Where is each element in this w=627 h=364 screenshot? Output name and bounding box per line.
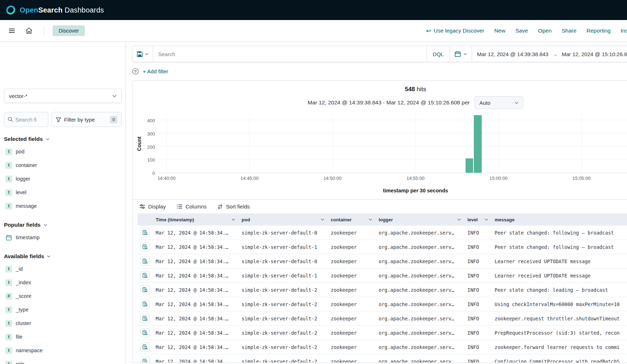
cell-time: Mar 12, 2024 @ 14:58:34.… — [152, 244, 238, 250]
date-picker-button[interactable] — [449, 46, 472, 62]
field-item-_index[interactable]: t_index — [4, 276, 122, 289]
field-item-file[interactable]: tfile — [4, 330, 122, 344]
add-filter-button[interactable]: + Add filter — [143, 68, 168, 74]
use-legacy-discover-label: Use legacy Discover — [434, 28, 484, 34]
cell-message: PrepRequestProcessor (sid:3) started, re… — [491, 330, 627, 336]
field-item-level[interactable]: tlevel — [4, 186, 122, 199]
cell-expand — [137, 285, 152, 294]
index-pattern-select[interactable]: vector-* — [4, 89, 122, 103]
nav-action-reporting[interactable]: Reporting — [587, 28, 611, 34]
date-range[interactable]: Mar 12, 2024 @ 14:39:38.843 → Mar 12, 20… — [472, 46, 627, 62]
column-header-message[interactable]: message — [491, 217, 627, 222]
field-item-pod[interactable]: tpod — [4, 145, 122, 158]
field-item-_id[interactable]: t_id — [4, 262, 122, 276]
date-range-end: Mar 12, 2024 @ 15:10:26.608 — [562, 51, 627, 57]
column-header-container[interactable]: container — [327, 217, 375, 222]
expand-document-button[interactable] — [141, 242, 150, 251]
query-language-button[interactable]: DQL — [427, 46, 449, 62]
gridline-h — [158, 159, 627, 159]
field-item-logger[interactable]: tlogger — [4, 172, 122, 186]
column-header-pod[interactable]: pod — [238, 217, 327, 222]
saved-query-menu-button[interactable] — [132, 46, 153, 62]
column-header-time-timestamp[interactable]: Time (timestamp) — [152, 217, 238, 222]
field-section-header-popular-fields[interactable]: Popular fields — [4, 222, 122, 228]
expand-document-button[interactable] — [141, 228, 150, 237]
expand-document-button[interactable] — [141, 314, 150, 323]
expand-document-button[interactable] — [141, 357, 150, 363]
column-header-label: message — [495, 217, 515, 222]
histogram-bar[interactable] — [474, 115, 481, 173]
nav-action-open[interactable]: Open — [538, 28, 552, 34]
table-row: Mar 12, 2024 @ 14:58:34.…simple-zk-serve… — [137, 226, 627, 240]
home-button[interactable] — [23, 25, 35, 37]
expand-document-button[interactable] — [141, 343, 150, 351]
cell-pod: simple-zk-server-default-2 — [238, 359, 327, 363]
interval-select[interactable]: Auto — [475, 96, 523, 109]
column-header-logger[interactable]: logger — [375, 217, 464, 222]
inspect-document-icon — [142, 230, 148, 235]
return-arrow-icon: ↩ — [426, 28, 431, 34]
filter-set-icon[interactable] — [132, 68, 139, 75]
gridline-v — [499, 114, 499, 173]
string-field-icon: t — [5, 320, 12, 327]
nav-action-save[interactable]: Save — [515, 28, 528, 34]
menu-button[interactable] — [6, 25, 18, 37]
nav-action-share[interactable]: Share — [562, 28, 576, 34]
cell-logger: org.apache.zookeeper.serv… — [375, 344, 464, 350]
field-section-title: Selected fields — [4, 136, 43, 142]
expand-document-button[interactable] — [141, 328, 150, 337]
calendar-icon — [455, 51, 461, 57]
hits-value: 548 — [405, 86, 415, 93]
nav-actions-wrap: ↩ Use legacy Discover NewSaveOpenShareRe… — [426, 28, 627, 34]
field-search-input[interactable] — [15, 117, 41, 123]
expand-document-button[interactable] — [141, 300, 150, 309]
cell-time: Mar 12, 2024 @ 14:58:34.… — [152, 259, 238, 264]
field-item-namespace[interactable]: tnamespace — [4, 344, 122, 357]
breadcrumb[interactable]: Discover — [53, 25, 85, 36]
sort-icon — [217, 204, 223, 210]
filter-by-type-button[interactable]: Filter by type 0 — [52, 112, 122, 127]
use-legacy-discover-link[interactable]: ↩ Use legacy Discover — [426, 28, 485, 34]
field-item-message[interactable]: tmessage — [4, 199, 122, 213]
cell-level: INFO — [464, 359, 491, 363]
field-section-header-selected-fields[interactable]: Selected fields — [4, 136, 122, 142]
field-section-header-available-fields[interactable]: Available fields — [4, 253, 122, 260]
display-button[interactable]: Display — [139, 203, 166, 210]
string-field-icon: t — [5, 162, 12, 169]
cell-logger: org.apache.zookeeper.serv… — [375, 330, 464, 336]
field-item-timestamp[interactable]: timestamp — [4, 231, 122, 244]
string-field-icon: t — [5, 203, 12, 210]
column-header-level[interactable]: level — [464, 217, 491, 222]
histogram-bar[interactable] — [466, 158, 473, 173]
cell-level: INFO — [464, 273, 491, 279]
field-search[interactable] — [4, 112, 48, 127]
cell-time: Mar 12, 2024 @ 14:58:34.… — [152, 316, 238, 321]
gridline-v — [415, 114, 416, 173]
field-item-_score[interactable]: #_score — [4, 289, 122, 303]
search-input[interactable] — [153, 46, 427, 62]
cell-expand — [137, 343, 152, 351]
cell-time: Mar 12, 2024 @ 14:58:34.… — [152, 287, 238, 293]
columns-label: Columns — [185, 203, 206, 210]
histogram-plot[interactable]: 14:40:0014:45:0014:50:0014:55:0015:00:00… — [158, 114, 627, 173]
inspect-document-icon — [142, 287, 148, 292]
field-item-container[interactable]: tcontainer — [4, 158, 122, 172]
expand-document-button[interactable] — [141, 285, 150, 294]
field-item-role[interactable]: trole — [4, 357, 122, 364]
filter-bar: + Add filter — [132, 67, 627, 75]
nav-action-inspect[interactable]: Inspect — [621, 28, 627, 34]
cell-pod: simple-zk-server-default-2 — [238, 330, 327, 336]
expand-document-button[interactable] — [141, 257, 150, 266]
sort-fields-button[interactable]: Sort fields — [217, 203, 250, 210]
columns-button[interactable]: Columns — [176, 203, 206, 210]
nav-action-new[interactable]: New — [494, 28, 505, 34]
expand-document-button[interactable] — [141, 271, 150, 280]
field-item-cluster[interactable]: tcluster — [4, 316, 122, 330]
string-field-icon: t — [5, 189, 12, 196]
field-item-_type[interactable]: t_type — [4, 303, 122, 316]
table-row: Mar 12, 2024 @ 14:58:34.…simple-zk-serve… — [137, 311, 627, 326]
table-row: Mar 12, 2024 @ 14:58:34.…simple-zk-serve… — [137, 297, 627, 311]
cell-expand — [137, 357, 152, 363]
field-list: timestamp — [4, 231, 122, 244]
cell-level: INFO — [464, 230, 491, 236]
